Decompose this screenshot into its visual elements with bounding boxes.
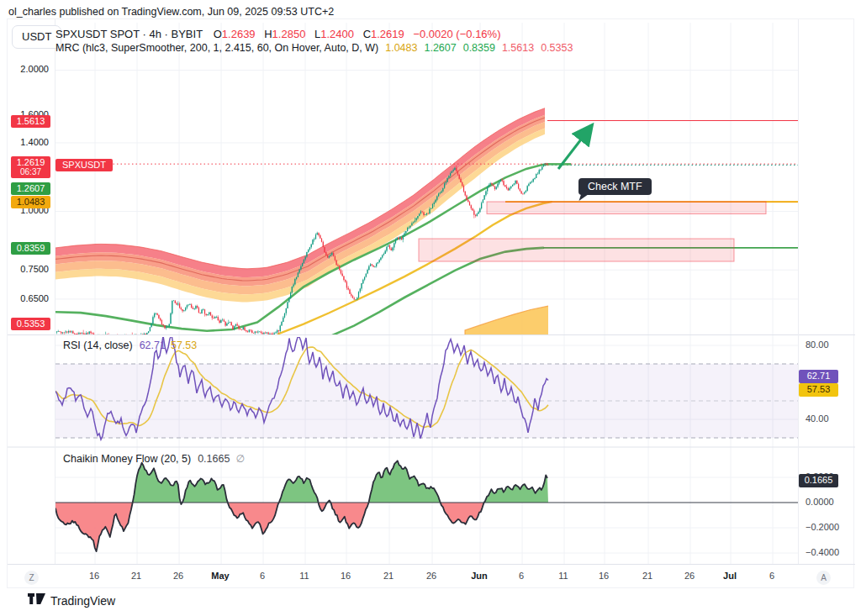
rsi-title: RSI (14, close): [63, 340, 133, 351]
mrc-value: 0.8359: [463, 42, 495, 54]
supply-zone: [419, 239, 734, 261]
rsi-legend-row[interactable]: RSI (14, close)62.7157.53: [63, 340, 197, 351]
time-axis-tick: 21: [118, 571, 155, 581]
cmf-axis-label: −0.4000: [806, 547, 839, 557]
time-axis-tick: 6: [244, 571, 281, 581]
rsi-axis-label: 40.00: [806, 413, 829, 424]
currency-toggle-button[interactable]: USDT: [12, 25, 61, 49]
rsi-value: 62.71: [140, 340, 166, 351]
cmf-panel: [55, 461, 548, 551]
open-label: O: [214, 28, 222, 40]
price-badge: 1.0483: [11, 196, 50, 208]
price-badge: 1.2607: [11, 182, 50, 195]
symbol-title: SPXUSDT SPOT · 4h · BYBIT: [55, 28, 203, 40]
high-label: H: [264, 28, 272, 40]
price-badge: 0.5353: [11, 318, 50, 330]
time-axis-tick: Jul: [711, 571, 748, 581]
mrc-value: 1.2607: [424, 42, 456, 54]
rsi-ma-value: 57.53: [171, 340, 197, 351]
time-axis-tick: Jun: [461, 571, 498, 581]
time-axis-tick: 26: [671, 571, 708, 581]
rsi-badge: 57.53: [799, 383, 838, 397]
time-axis-tick: 16: [585, 571, 622, 581]
open-value: 1.2639: [222, 28, 256, 40]
price-axis-label: 0.7500: [7, 264, 49, 274]
time-axis-tick: 26: [160, 571, 197, 581]
cmf-title: Chaikin Money Flow (20, 5): [63, 453, 191, 465]
tradingview-logo-icon: [28, 593, 45, 608]
cmf-axis-label: 0.0000: [806, 497, 834, 507]
scroll-left-button[interactable]: Z: [24, 571, 39, 585]
chart-widget[interactable]: [7, 18, 854, 588]
cmf-negative-area: [55, 503, 548, 551]
countdown-timer: 06:37: [11, 167, 50, 178]
rsi-axis-label: 80.00: [806, 340, 829, 350]
price-badge: 0.8359: [11, 242, 50, 255]
published-header: ol_charles published on TradingView.com,…: [8, 6, 334, 18]
time-axis-tick: May: [202, 571, 239, 581]
scroll-right-button[interactable]: A: [816, 571, 831, 585]
close-label: C: [363, 28, 371, 40]
cmf-legend-row[interactable]: Chaikin Money Flow (20, 5)0.1665∅: [63, 453, 245, 465]
time-axis-tick: 6: [753, 571, 790, 581]
high-value: 1.2850: [272, 28, 306, 40]
trend-arrow: [558, 129, 589, 169]
hidden-values-icon: ∅: [235, 453, 244, 465]
indicator-legend-row[interactable]: MRC (hlc3, SuperSmoother, 200, 1, 2.415,…: [55, 42, 579, 54]
check-mtf-note[interactable]: Check MTF: [578, 178, 652, 195]
mrc-value: 1.5613: [502, 42, 534, 54]
tradingview-logo[interactable]: TradingView: [28, 593, 115, 608]
rsi-badge: 62.71: [799, 370, 838, 383]
time-axis-tick: 11: [545, 571, 582, 581]
price-axis-label: 0.6500: [7, 293, 49, 303]
mrc-value: 0.5353: [541, 42, 573, 54]
price-badge: 1.5613: [11, 115, 50, 128]
tradingview-brand-text: TradingView: [50, 594, 115, 608]
cmf-badge: 0.1665: [799, 474, 838, 487]
price-axis-label: 2.0000: [7, 64, 49, 74]
cmf-positive-area: [55, 461, 548, 503]
cmf-value: 0.1665: [198, 453, 230, 465]
symbol-price-tag: SPXUSDT: [55, 159, 113, 171]
symbol-legend-row[interactable]: SPXUSDT SPOT · 4h · BYBIT O1.2639 H1.285…: [55, 28, 506, 40]
time-axis-tick: 26: [413, 571, 450, 581]
chart-canvas[interactable]: [8, 19, 855, 589]
price-badge: 1.261906:37: [11, 156, 50, 178]
time-axis-tick: 16: [327, 571, 364, 581]
time-axis-tick: 16: [76, 571, 113, 581]
time-axis-tick: 21: [629, 571, 666, 581]
low-value: 1.2400: [320, 28, 354, 40]
change-value: −0.0020 (−0.16%): [413, 28, 500, 40]
tradingview-snapshot: ol_charles published on TradingView.com,…: [0, 0, 861, 616]
mrc-title: MRC (hlc3, SuperSmoother, 200, 1, 2.415,…: [55, 42, 378, 54]
close-value: 1.2619: [371, 28, 404, 40]
supply-zone: [487, 202, 766, 213]
mrc-value: 1.0483: [385, 42, 417, 54]
mrc-support-zone-blob: [465, 306, 548, 334]
time-axis-tick: 6: [503, 571, 540, 581]
time-axis-tick: 21: [370, 571, 407, 581]
time-axis-tick: 11: [286, 571, 323, 581]
price-axis-label: 1.4000: [7, 137, 49, 147]
cmf-axis-label: −0.2000: [806, 522, 839, 532]
mrc-values: 1.04831.26070.83591.56130.5353: [385, 42, 579, 54]
